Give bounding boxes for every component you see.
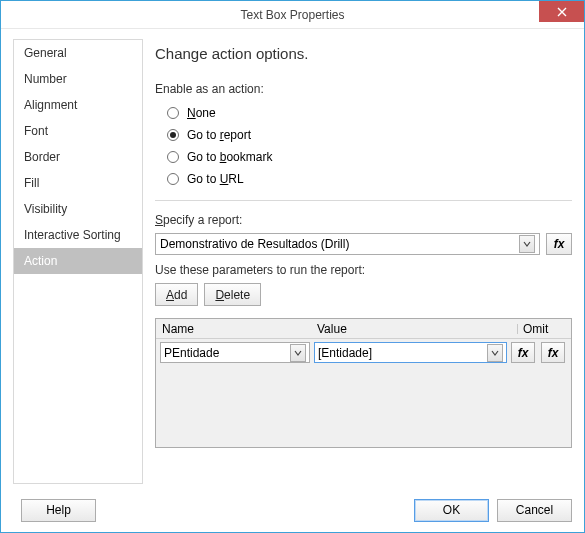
param-name-combobox[interactable]: PEntidade — [160, 342, 310, 363]
client-area: General Number Alignment Font Border Fil… — [13, 39, 572, 484]
column-header-value: Value — [311, 322, 521, 336]
radio-go-to-report[interactable]: Go to report — [167, 124, 572, 146]
delete-button[interactable]: Delete — [204, 283, 261, 306]
grid-row: PEntidade [Entidade] fx fx — [156, 339, 571, 366]
parameters-grid: Name Value Omit PEntidade [Entidade] — [155, 318, 572, 448]
radio-icon — [167, 173, 179, 185]
enable-action-label: Enable as an action: — [155, 82, 572, 96]
close-icon — [557, 7, 567, 17]
sidebar-item-fill[interactable]: Fill — [14, 170, 142, 196]
help-button[interactable]: Help — [21, 499, 96, 522]
radio-go-to-bookmark[interactable]: Go to bookmark — [167, 146, 572, 168]
sidebar-item-alignment[interactable]: Alignment — [14, 92, 142, 118]
close-button[interactable] — [539, 1, 584, 22]
chevron-down-icon — [290, 344, 306, 362]
report-expression-button[interactable]: fx — [546, 233, 572, 255]
param-value-combobox[interactable]: [Entidade] — [314, 342, 507, 363]
chevron-down-icon — [519, 235, 535, 253]
grid-header: Name Value Omit — [156, 319, 571, 339]
radio-report-label: Go to report — [187, 128, 251, 142]
titlebar: Text Box Properties — [1, 1, 584, 29]
report-combobox-value: Demonstrativo de Resultados (Drill) — [160, 237, 349, 251]
sidebar: General Number Alignment Font Border Fil… — [13, 39, 143, 484]
radio-url-label: Go to URL — [187, 172, 244, 186]
radio-go-to-url[interactable]: Go to URL — [167, 168, 572, 190]
report-combobox[interactable]: Demonstrativo de Resultados (Drill) — [155, 233, 540, 255]
chevron-down-icon — [487, 344, 503, 362]
column-header-omit: Omit — [521, 322, 571, 336]
sidebar-item-font[interactable]: Font — [14, 118, 142, 144]
parameters-label: Use these parameters to run the report: — [155, 263, 572, 277]
radio-none-label: None — [187, 106, 216, 120]
sidebar-item-general[interactable]: General — [14, 40, 142, 66]
radio-bookmark-label: Go to bookmark — [187, 150, 272, 164]
dialog-window: Text Box Properties General Number Align… — [0, 0, 585, 533]
param-value-expression-button[interactable]: fx — [511, 342, 535, 363]
footer-bar: Help OK Cancel — [1, 488, 584, 532]
add-button[interactable]: Add — [155, 283, 198, 306]
main-panel: Change action options. Enable as an acti… — [155, 39, 572, 484]
sidebar-item-interactive-sorting[interactable]: Interactive Sorting — [14, 222, 142, 248]
radio-icon — [167, 151, 179, 163]
radio-icon — [167, 129, 179, 141]
sidebar-item-visibility[interactable]: Visibility — [14, 196, 142, 222]
action-radio-group: None Go to report Go to bookmark Go to U… — [167, 102, 572, 190]
sidebar-item-number[interactable]: Number — [14, 66, 142, 92]
specify-report-label: Specify a report: — [155, 213, 572, 227]
param-omit-expression-button[interactable]: fx — [541, 342, 565, 363]
radio-none[interactable]: None — [167, 102, 572, 124]
sidebar-item-border[interactable]: Border — [14, 144, 142, 170]
sidebar-item-action[interactable]: Action — [14, 248, 142, 274]
page-heading: Change action options. — [155, 45, 572, 62]
ok-button[interactable]: OK — [414, 499, 489, 522]
param-name-value: PEntidade — [164, 346, 219, 360]
window-title: Text Box Properties — [240, 8, 344, 22]
divider — [155, 200, 572, 201]
param-value-text: [Entidade] — [318, 346, 487, 360]
column-header-name: Name — [156, 322, 311, 336]
cancel-button[interactable]: Cancel — [497, 499, 572, 522]
radio-icon — [167, 107, 179, 119]
